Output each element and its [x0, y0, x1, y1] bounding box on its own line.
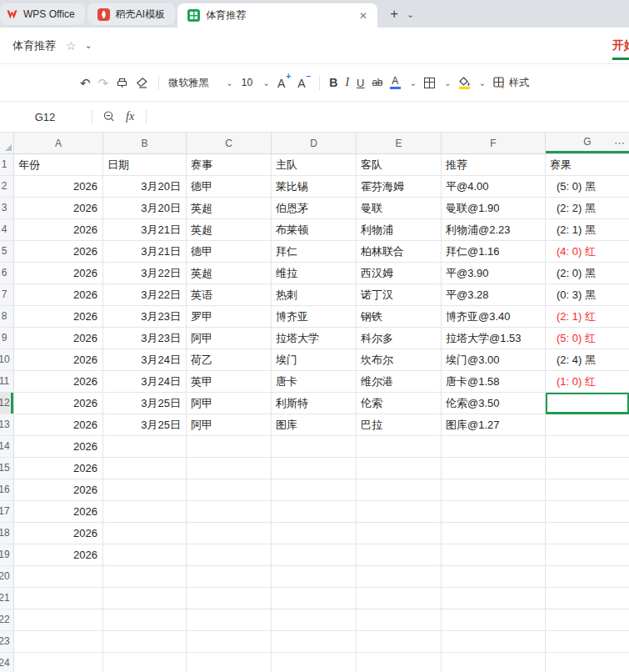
cell-A3[interactable]: 2026: [14, 198, 103, 219]
cell-F24[interactable]: [442, 653, 546, 672]
cell-C24[interactable]: [187, 653, 272, 672]
undo-button[interactable]: ↶: [80, 77, 91, 89]
cell-F12[interactable]: 伦索@3.50: [442, 393, 546, 414]
cell-E5[interactable]: 柏林联合: [357, 241, 442, 263]
cell-A17[interactable]: 2026: [14, 501, 103, 523]
cell-E11[interactable]: 维尔港: [357, 371, 442, 393]
cell-E19[interactable]: [357, 544, 442, 566]
cell-D16[interactable]: [272, 479, 357, 501]
cell-G6[interactable]: (2: 0) 黑: [546, 263, 629, 284]
cell-A23[interactable]: [14, 631, 103, 653]
cell-D17[interactable]: [272, 501, 357, 523]
cell-D9[interactable]: 拉塔大学: [272, 328, 357, 349]
column-header-B[interactable]: B: [103, 133, 187, 153]
cell-C14[interactable]: [187, 436, 272, 458]
row-header-9[interactable]: 9: [0, 328, 14, 349]
cell-F17[interactable]: [442, 501, 546, 523]
cell-E24[interactable]: [357, 653, 442, 672]
font-color-button[interactable]: A: [390, 76, 401, 89]
cell-G3[interactable]: (2: 2) 黑: [546, 198, 629, 219]
cell-A11[interactable]: 2026: [14, 371, 103, 393]
cell-B11[interactable]: 3月24日: [103, 371, 187, 393]
tab-list-chevron-icon[interactable]: ⌄: [407, 10, 414, 19]
cell-D8[interactable]: 博齐亚: [272, 306, 357, 328]
column-header-F[interactable]: F: [442, 133, 546, 153]
cell-D10[interactable]: 埃门: [272, 349, 357, 371]
cell-G22[interactable]: [546, 609, 629, 631]
column-header-D[interactable]: D: [272, 133, 357, 153]
cell-A21[interactable]: [14, 588, 103, 609]
cell-B21[interactable]: [103, 588, 187, 609]
cell-B23[interactable]: [103, 631, 187, 653]
cell-E22[interactable]: [357, 609, 442, 631]
cell-C19[interactable]: [187, 544, 272, 566]
cell-D21[interactable]: [272, 588, 357, 609]
ribbon-tab-home[interactable]: 开始: [612, 34, 629, 60]
cell-F21[interactable]: [442, 588, 546, 609]
cell-D19[interactable]: [272, 544, 357, 566]
increase-font-button[interactable]: A+: [277, 75, 290, 90]
cell-D7[interactable]: 热刺: [272, 284, 357, 306]
cell-A2[interactable]: 2026: [14, 176, 103, 198]
cell-F15[interactable]: [442, 458, 546, 479]
cell-G11[interactable]: (1: 0) 红: [546, 371, 629, 393]
cell-E21[interactable]: [357, 588, 442, 609]
cell-A7[interactable]: 2026: [14, 284, 103, 306]
row-header-22[interactable]: 22: [0, 609, 14, 631]
fill-color-chevron-icon[interactable]: ⌄: [479, 78, 486, 88]
cell-G23[interactable]: [546, 631, 629, 653]
cell-D2[interactable]: 莱比锡: [272, 176, 357, 198]
font-color-chevron-icon[interactable]: ⌄: [410, 78, 417, 88]
cell-D4[interactable]: 布莱顿: [272, 219, 357, 241]
cell-A10[interactable]: 2026: [14, 349, 103, 371]
row-header-15[interactable]: 15: [0, 458, 14, 479]
decrease-font-button[interactable]: A−: [297, 75, 310, 90]
row-header-24[interactable]: 24: [0, 653, 14, 672]
cell-F13[interactable]: 图库@1.27: [442, 414, 546, 436]
cell-G1[interactable]: 赛果: [546, 154, 629, 176]
cell-G8[interactable]: (2: 1) 红: [546, 306, 629, 328]
strikethrough-button[interactable]: ab: [372, 78, 382, 88]
cell-B9[interactable]: 3月23日: [103, 328, 187, 349]
cell-E7[interactable]: 诺丁汉: [357, 284, 442, 306]
cell-F10[interactable]: 埃门@3.00: [442, 349, 546, 371]
cell-E14[interactable]: [357, 436, 442, 458]
cell-B19[interactable]: [103, 544, 187, 566]
cell-B7[interactable]: 3月22日: [103, 284, 187, 306]
cell-B8[interactable]: 3月23日: [103, 306, 187, 328]
row-header-3[interactable]: 3: [0, 198, 14, 219]
cell-B3[interactable]: 3月20日: [103, 198, 187, 219]
cell-E16[interactable]: [357, 479, 442, 501]
cell-D22[interactable]: [272, 609, 357, 631]
cell-A24[interactable]: [14, 653, 103, 672]
cell-D24[interactable]: [272, 653, 357, 672]
cell-F6[interactable]: 平@3.90: [442, 263, 546, 284]
font-name-select[interactable]: 微软雅黑: [168, 76, 217, 90]
cell-D20[interactable]: [272, 566, 357, 588]
cell-styles-button[interactable]: 样式: [493, 76, 529, 90]
cell-G17[interactable]: [546, 501, 629, 523]
cell-B16[interactable]: [103, 479, 187, 501]
cell-A15[interactable]: 2026: [14, 458, 103, 479]
cell-G14[interactable]: [546, 436, 629, 458]
cell-A18[interactable]: 2026: [14, 523, 103, 544]
cell-E17[interactable]: [357, 501, 442, 523]
cell-C6[interactable]: 英超: [187, 263, 272, 284]
cell-B6[interactable]: 3月22日: [103, 263, 187, 284]
cell-G12[interactable]: [546, 393, 629, 414]
cell-G7[interactable]: (0: 3) 黑: [546, 284, 629, 306]
cell-F23[interactable]: [442, 631, 546, 653]
cell-G4[interactable]: (2: 1) 黑: [546, 219, 629, 241]
row-header-5[interactable]: 5: [0, 241, 14, 263]
borders-chevron-icon[interactable]: ⌄: [444, 78, 451, 88]
cell-A12[interactable]: 2026: [14, 393, 103, 414]
column-header-A[interactable]: A: [14, 133, 103, 153]
cell-E2[interactable]: 霍芬海姆: [357, 176, 442, 198]
underline-button[interactable]: U: [357, 78, 364, 88]
cell-A19[interactable]: 2026: [14, 544, 103, 566]
cell-C18[interactable]: [187, 523, 272, 544]
row-header-23[interactable]: 23: [0, 631, 14, 653]
cell-F11[interactable]: 唐卡@1.58: [442, 371, 546, 393]
cell-C5[interactable]: 德甲: [187, 241, 272, 263]
cell-E18[interactable]: [357, 523, 442, 544]
